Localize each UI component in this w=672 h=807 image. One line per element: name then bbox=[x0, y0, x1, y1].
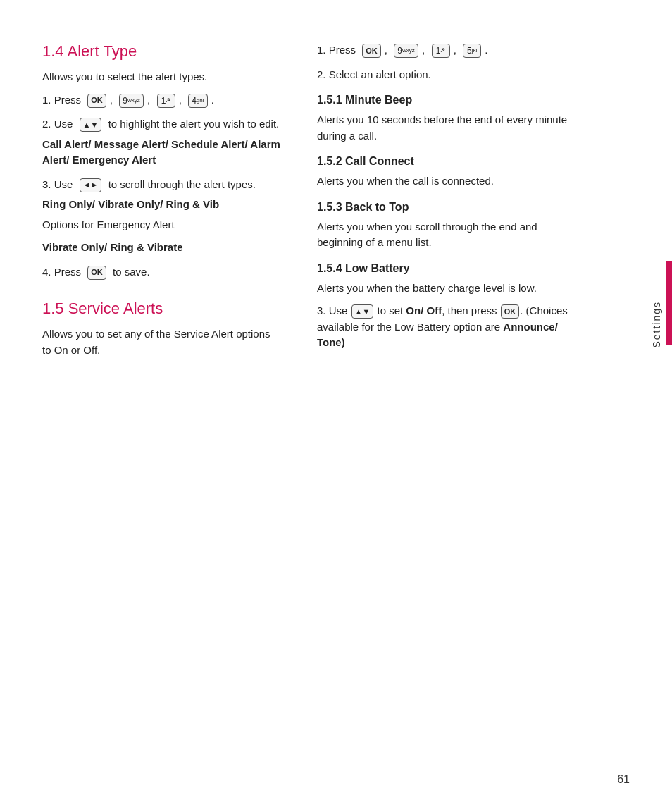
step-1-4-2: 2. Use ▲▼ to highlight the alert you wis… bbox=[42, 116, 282, 168]
subsection-1-5-4-text: Alerts you when the battery charge level… bbox=[317, 281, 585, 297]
subsection-1-5-2-text: Alerts you when the call is connected. bbox=[317, 173, 585, 190]
subsection-1-5-4-title: 1.5.4 Low Battery bbox=[317, 262, 585, 275]
ok-key-r: OK bbox=[362, 44, 381, 58]
right-column: 1. Press OK , 9wxyz , 1☭ , 5jkl . 2. Sel… bbox=[303, 42, 606, 779]
step-3-ring-options: Ring Only/ Vibrate Only/ Ring & Vib bbox=[42, 197, 282, 213]
9wxyz-key: 9wxyz bbox=[119, 94, 143, 108]
subsection-1-5-2-title: 1.5.2 Call Connect bbox=[317, 155, 585, 168]
sidebar-tab-label: Settings bbox=[651, 301, 662, 348]
subsection-1-5-3-title: 1.5.3 Back to Top bbox=[317, 201, 585, 214]
section-1-5-title: 1.5 Service Alerts bbox=[42, 300, 282, 318]
right-step-3: 3. Use ▲▼ to set On/ Off, then press OK.… bbox=[317, 303, 585, 351]
step-3-emergency-label: Options for Emergency Alert bbox=[42, 217, 282, 233]
ok-key: OK bbox=[87, 94, 106, 108]
right-step-1-keys: OK , 9wxyz , 1☭ , 5jkl . bbox=[361, 42, 487, 58]
subsection-1-5-3-text: Alerts you when you scroll through the e… bbox=[317, 219, 585, 251]
1-key-r: 1☭ bbox=[432, 44, 450, 58]
section-1-4-title: 1.4 Alert Type bbox=[42, 42, 282, 61]
right-step-1: 1. Press OK , 9wxyz , 1☭ , 5jkl . bbox=[317, 42, 585, 58]
step-3-r-text: 3. Use ▲▼ to set On/ Off, then press OK.… bbox=[317, 303, 585, 351]
nav-updown-key: ▲▼ bbox=[80, 118, 102, 132]
ok-key-r2: OK bbox=[501, 304, 520, 319]
left-column: 1.4 Alert Type Allows you to select the … bbox=[0, 42, 303, 779]
ok-key-save: OK bbox=[87, 266, 106, 280]
9wxyz-key-r: 9wxyz bbox=[394, 44, 418, 58]
step-2-content: ▲▼ to highlight the alert you wish to ed… bbox=[79, 116, 280, 133]
1-key: 1☭ bbox=[157, 94, 175, 108]
step-number: 2. Use bbox=[42, 116, 76, 133]
step-3-vibrate-options: Vibrate Only/ Ring & Vibrate bbox=[42, 240, 282, 256]
5jkl-key-r: 5jkl bbox=[463, 44, 481, 58]
step-1-4-1: 1. Press OK , 9wxyz , 1☭ , 4ghi . bbox=[42, 92, 282, 109]
nav-leftright-key: ◄► bbox=[80, 178, 102, 192]
nav-updown-key-r: ▲▼ bbox=[351, 304, 374, 319]
step-4-content: OK to save. bbox=[87, 264, 149, 281]
step-1-4-4: 4. Press OK to save. bbox=[42, 264, 282, 281]
right-step-2: 2. Select an alert option. bbox=[317, 67, 585, 83]
step-1-keys: OK , 9wxyz , 1☭ , 4ghi . bbox=[87, 92, 214, 109]
step-2-options: Call Alert/ Message Alert/ Schedule Aler… bbox=[42, 137, 282, 168]
4ghi-key: 4ghi bbox=[188, 94, 207, 108]
step-number: 3. Use bbox=[42, 177, 76, 193]
step-1-4-3: 3. Use ◄► to scroll through the alert ty… bbox=[42, 177, 282, 256]
step-number: 2. Select an alert option. bbox=[317, 68, 431, 80]
subsection-1-5-1-text: Alerts you 10 seconds before the end of … bbox=[317, 112, 585, 144]
section-1-4-intro: Allows you to select the alert types. bbox=[42, 69, 282, 85]
step-number: 4. Press bbox=[42, 264, 84, 281]
step-number: 1. Press bbox=[317, 42, 359, 58]
section-1-5-intro: Allows you to set any of the Service Ale… bbox=[42, 326, 282, 358]
settings-sidebar-tab: Settings bbox=[641, 268, 672, 381]
step-3-content: ◄► to scroll through the alert types. bbox=[79, 177, 256, 193]
page-number: 61 bbox=[617, 773, 630, 786]
step-number: 1. Press bbox=[42, 92, 84, 109]
subsection-1-5-1-title: 1.5.1 Minute Beep bbox=[317, 94, 585, 106]
